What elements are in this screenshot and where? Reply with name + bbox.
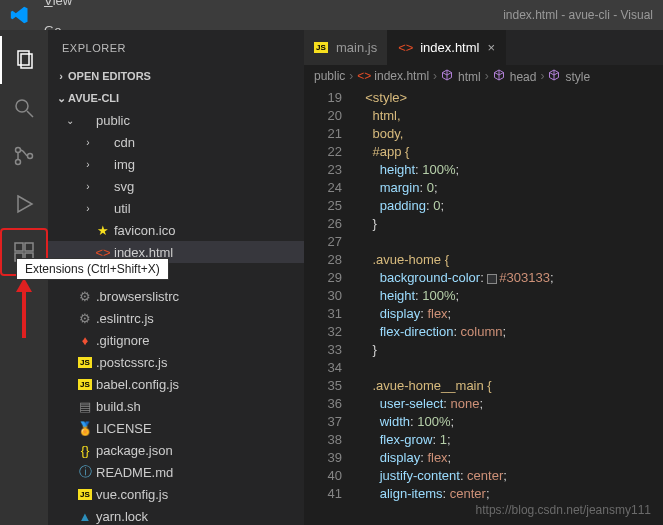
crumb-icon — [548, 69, 562, 81]
chevron-right-icon: › — [485, 69, 489, 83]
svg-rect-10 — [25, 243, 33, 251]
file-package[interactable]: {}package.json — [48, 439, 304, 461]
svg-rect-0 — [18, 51, 29, 65]
line-numbers: 1920212223242526272829303132333435363738… — [304, 87, 358, 525]
file-yarnlock[interactable]: ▲yarn.lock — [48, 505, 304, 525]
close-icon[interactable]: × — [487, 40, 495, 55]
tab-index-html[interactable]: <>index.html× — [388, 30, 506, 65]
tree-label: favicon.ico — [114, 223, 175, 238]
search-icon[interactable] — [0, 84, 48, 132]
folder-img[interactable]: ›img — [48, 153, 304, 175]
file-browserslist[interactable]: ⚙.browserslistrc — [48, 285, 304, 307]
file-icon: ⚙ — [76, 311, 94, 326]
annotation-arrow-icon — [14, 278, 34, 338]
file-readme[interactable]: ⓘREADME.md — [48, 461, 304, 483]
chevron-icon: › — [82, 137, 94, 148]
file-icon: JS — [314, 42, 330, 53]
file-icon: 🏅 — [76, 421, 94, 436]
tree-label: svg — [114, 179, 134, 194]
tree-label: .gitignore — [96, 333, 149, 348]
tree-label: package.json — [96, 443, 173, 458]
sidebar-title: EXPLORER — [48, 30, 304, 65]
file-icon: JS — [76, 379, 94, 390]
file-icon: ⚙ — [76, 289, 94, 304]
tree-label: cdn — [114, 135, 135, 150]
file-postcss[interactable]: JS.postcssrc.js — [48, 351, 304, 373]
code-lines[interactable]: <style> html, body, #app { height: 100%;… — [358, 87, 663, 525]
vscode-logo-icon — [10, 5, 30, 25]
file-babel[interactable]: JSbabel.config.js — [48, 373, 304, 395]
file-icon: {} — [76, 443, 94, 458]
folder-svg[interactable]: ›svg — [48, 175, 304, 197]
menubar: FileEditSelectionViewGoRunTerminalHelp i… — [0, 0, 663, 30]
tree-label: babel.config.js — [96, 377, 179, 392]
chevron-icon: › — [82, 159, 94, 170]
file-favicon[interactable]: ★favicon.ico — [48, 219, 304, 241]
extensions-tooltip: Extensions (Ctrl+Shift+X) — [16, 258, 169, 280]
debug-icon[interactable] — [0, 180, 48, 228]
file-eslintrc[interactable]: ⚙.eslintrc.js — [48, 307, 304, 329]
svg-rect-1 — [21, 54, 32, 68]
breadcrumb-html[interactable]: html — [441, 69, 481, 84]
tree-label: yarn.lock — [96, 509, 148, 524]
tree-label: vue.config.js — [96, 487, 168, 502]
svg-point-6 — [28, 154, 33, 159]
tab-label: main.js — [336, 40, 377, 55]
file-icon: ♦ — [76, 333, 94, 348]
crumb-icon — [441, 69, 455, 81]
tab-main-js[interactable]: JSmain.js — [304, 30, 388, 65]
breadcrumb-head[interactable]: head — [493, 69, 537, 84]
file-license[interactable]: 🏅LICENSE — [48, 417, 304, 439]
file-build[interactable]: ▤build.sh — [48, 395, 304, 417]
tree-label: LICENSE — [96, 421, 152, 436]
svg-line-3 — [27, 111, 33, 117]
chevron-right-icon: › — [540, 69, 544, 83]
tree-label: public — [96, 113, 130, 128]
file-icon: ★ — [94, 223, 112, 238]
folder-util[interactable]: ›util — [48, 197, 304, 219]
chevron-right-icon: › — [433, 69, 437, 83]
source-control-icon[interactable] — [0, 132, 48, 180]
open-editors-section[interactable]: ›OPEN EDITORS — [48, 65, 304, 87]
editor-tabs: JSmain.js<>index.html× — [304, 30, 663, 65]
folder-public[interactable]: ⌄public — [48, 109, 304, 131]
breadcrumb-style[interactable]: style — [548, 69, 590, 84]
svg-rect-7 — [15, 243, 23, 251]
svg-point-4 — [16, 148, 21, 153]
crumb-icon: <> — [357, 69, 371, 83]
chevron-icon: › — [82, 181, 94, 192]
tree-label: build.sh — [96, 399, 141, 414]
breadcrumb-index.html[interactable]: <>index.html — [357, 69, 429, 83]
code-area[interactable]: 1920212223242526272829303132333435363738… — [304, 87, 663, 525]
tab-label: index.html — [420, 40, 479, 55]
file-tree: ⌄public›cdn›img›svg›util★favicon.ico<>in… — [48, 109, 304, 525]
svg-point-5 — [16, 160, 21, 165]
breadcrumbs[interactable]: public›<>index.html›html›head›style — [304, 65, 663, 87]
chevron-right-icon: › — [54, 70, 68, 82]
file-icon: ▤ — [76, 399, 94, 414]
breadcrumb-public[interactable]: public — [314, 69, 345, 83]
tree-label: .postcssrc.js — [96, 355, 168, 370]
folder-cdn[interactable]: ›cdn — [48, 131, 304, 153]
window-title: index.html - avue-cli - Visual — [503, 8, 659, 22]
file-icon: <> — [398, 40, 414, 55]
file-icon: JS — [76, 489, 94, 500]
tree-label: util — [114, 201, 131, 216]
svg-point-2 — [16, 100, 28, 112]
tree-label: .eslintrc.js — [96, 311, 154, 326]
file-icon: ⓘ — [76, 463, 94, 481]
chevron-right-icon: › — [349, 69, 353, 83]
crumb-icon — [493, 69, 507, 81]
file-icon: ▲ — [76, 509, 94, 524]
menu-view[interactable]: View — [36, 0, 105, 15]
tree-label: .browserslistrc — [96, 289, 179, 304]
file-vueconfig[interactable]: JSvue.config.js — [48, 483, 304, 505]
tree-label: README.md — [96, 465, 173, 480]
chevron-icon: ⌄ — [64, 115, 76, 126]
file-gitignore[interactable]: ♦.gitignore — [48, 329, 304, 351]
explorer-icon[interactable] — [0, 36, 48, 84]
chevron-icon: › — [82, 203, 94, 214]
editor: JSmain.js<>index.html× public›<>index.ht… — [304, 30, 663, 525]
chevron-down-icon: ⌄ — [54, 92, 68, 105]
project-section[interactable]: ⌄AVUE-CLI — [48, 87, 304, 109]
